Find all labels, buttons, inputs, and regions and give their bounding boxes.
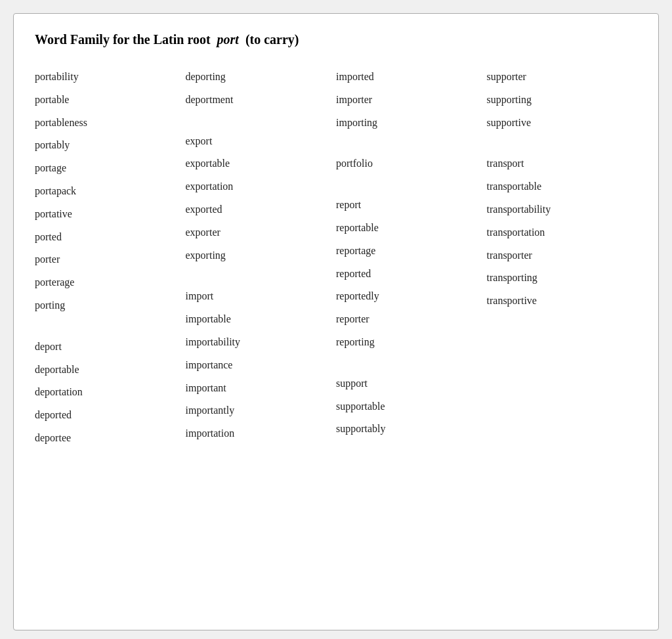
word-item: support: [336, 372, 487, 395]
word-item: deportable: [35, 359, 186, 382]
title-root: port: [217, 32, 239, 47]
word-item: deport: [35, 336, 186, 359]
word-item: transportable: [487, 175, 638, 198]
word-item: exporting: [186, 244, 337, 267]
word-item: [487, 134, 638, 152]
word-item: deportee: [35, 427, 186, 450]
word-item: portfolio: [336, 152, 487, 175]
word-item: [186, 112, 337, 130]
title-row: Word Family for the Latin root port (to …: [35, 32, 637, 47]
word-item: [336, 354, 487, 372]
word-item: importance: [186, 354, 337, 377]
word-item: importing: [336, 112, 487, 135]
word-item: exporter: [186, 221, 337, 244]
word-item: deporting: [186, 66, 337, 89]
word-item: reportedly: [336, 285, 487, 308]
word-item: report: [336, 194, 487, 217]
word-item: portapack: [35, 180, 186, 203]
word-item: portative: [35, 203, 186, 226]
word-item: reporter: [336, 308, 487, 331]
word-item: export: [186, 130, 337, 153]
word-item: import: [186, 285, 337, 308]
word-item: importability: [186, 331, 337, 354]
word-item: reported: [336, 263, 487, 286]
word-item: portability: [35, 66, 186, 89]
word-item: supportably: [336, 418, 487, 441]
word-item: supportive: [487, 112, 638, 135]
word-item: deportation: [35, 381, 186, 404]
word-item: importation: [186, 422, 337, 445]
word-column-4: supportersupportingsupportivetransporttr…: [487, 66, 638, 450]
word-item: portably: [35, 134, 186, 157]
word-item: imported: [336, 66, 487, 89]
word-item: deported: [35, 404, 186, 427]
word-item: [487, 349, 638, 368]
word-item: [487, 313, 638, 331]
word-item: supporter: [487, 66, 638, 89]
word-item: portable: [35, 89, 186, 112]
word-column-2: deportingdeportmentexportexportableexpor…: [186, 66, 337, 450]
word-item: exportable: [186, 152, 337, 175]
word-item: porting: [35, 294, 186, 317]
word-grid: portabilityportableportablenessportablyp…: [35, 66, 637, 450]
word-item: exportation: [186, 175, 337, 198]
word-item: reportage: [336, 240, 487, 263]
word-item: [336, 175, 487, 194]
word-item: reporting: [336, 331, 487, 354]
word-item: transportive: [487, 290, 638, 313]
word-item: supportable: [336, 395, 487, 418]
word-column-3: importedimporterimportingportfolioreport…: [336, 66, 487, 450]
word-item: [487, 331, 638, 349]
word-item: [487, 386, 638, 405]
word-item: importer: [336, 89, 487, 112]
word-column-1: portabilityportableportablenessportablyp…: [35, 66, 186, 450]
word-item: importable: [186, 308, 337, 331]
word-item: [336, 134, 487, 152]
word-item: porter: [35, 248, 186, 271]
word-item: porterage: [35, 271, 186, 294]
word-item: transport: [487, 152, 638, 175]
word-item: [186, 267, 337, 285]
word-item: transporting: [487, 267, 638, 290]
word-item: transportation: [487, 221, 638, 244]
word-item: ported: [35, 226, 186, 249]
word-item: supporting: [487, 89, 638, 112]
word-item: reportable: [336, 217, 487, 240]
word-item: portage: [35, 157, 186, 180]
word-item: [35, 317, 186, 336]
word-item: [487, 368, 638, 386]
word-item: transporter: [487, 244, 638, 267]
word-family-card: Word Family for the Latin root port (to …: [13, 13, 659, 630]
word-item: exported: [186, 198, 337, 221]
title-prefix: Word Family for the Latin root: [35, 32, 211, 47]
title-meaning: (to carry): [245, 32, 299, 47]
word-item: portableness: [35, 112, 186, 135]
word-item: deportment: [186, 89, 337, 112]
word-item: importantly: [186, 399, 337, 422]
word-item: [487, 405, 638, 423]
word-item: transportability: [487, 198, 638, 221]
word-item: important: [186, 377, 337, 400]
